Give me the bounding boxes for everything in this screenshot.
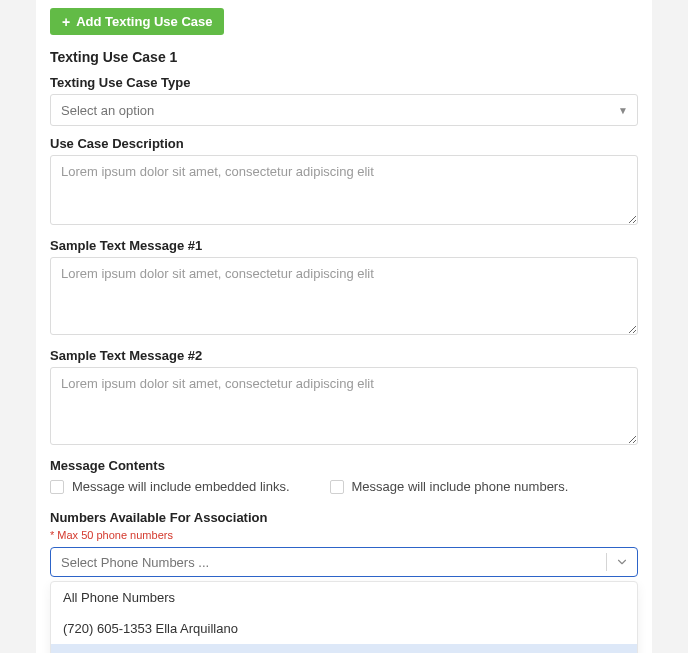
- phone-numbers-dropdown: All Phone Numbers(720) 605-1353 Ella Arq…: [50, 581, 638, 653]
- sample-message-2-label: Sample Text Message #2: [50, 348, 638, 363]
- add-button-label: Add Texting Use Case: [76, 14, 212, 29]
- sample-message-1-textarea[interactable]: [50, 257, 638, 335]
- phone-option[interactable]: (720) 734-5112 Dain Whaley: [51, 644, 637, 653]
- use-case-description-label: Use Case Description: [50, 136, 638, 151]
- embedded-links-text: Message will include embedded links.: [72, 479, 290, 494]
- use-case-type-label: Texting Use Case Type: [50, 75, 638, 90]
- phone-option[interactable]: All Phone Numbers: [51, 582, 637, 613]
- use-case-type-select[interactable]: [50, 94, 638, 126]
- sample-message-2-textarea[interactable]: [50, 367, 638, 445]
- chevron-down-icon[interactable]: [615, 555, 629, 569]
- phone-numbers-text: Message will include phone numbers.: [352, 479, 569, 494]
- select-divider: [606, 553, 607, 571]
- sample-message-1-label: Sample Text Message #1: [50, 238, 638, 253]
- phone-numbers-checkbox[interactable]: [330, 480, 344, 494]
- phone-numbers-select[interactable]: [50, 547, 638, 577]
- add-texting-use-case-button[interactable]: + Add Texting Use Case: [50, 8, 224, 35]
- use-case-description-textarea[interactable]: [50, 155, 638, 225]
- numbers-available-label: Numbers Available For Association: [50, 510, 638, 525]
- phone-numbers-input[interactable]: [61, 555, 598, 570]
- max-phone-numbers-note: * Max 50 phone numbers: [50, 529, 638, 541]
- plus-icon: +: [62, 15, 70, 29]
- use-case-heading: Texting Use Case 1: [50, 49, 638, 65]
- embedded-links-checkbox[interactable]: [50, 480, 64, 494]
- phone-option[interactable]: (720) 605-1353 Ella Arquillano: [51, 613, 637, 644]
- message-contents-label: Message Contents: [50, 458, 638, 473]
